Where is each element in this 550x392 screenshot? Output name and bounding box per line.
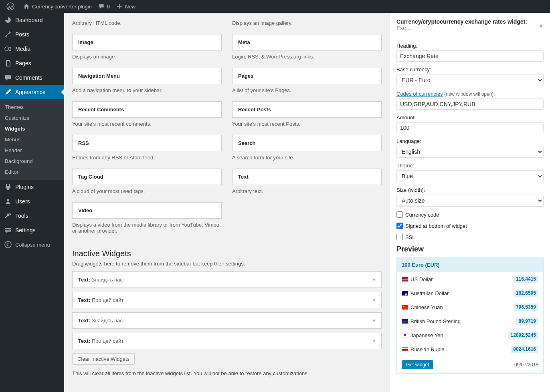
preview-widget: 100 Euro (EUR) US Dollar116.4415Australi… <box>396 257 544 374</box>
comments-count: 0 <box>107 4 110 10</box>
widget-description: Login, RSS, & WordPress.org links. <box>232 50 382 60</box>
menu-users[interactable]: Users <box>0 194 64 209</box>
get-widget-button[interactable]: Get widget <box>402 360 433 369</box>
available-widget[interactable]: Image <box>72 34 222 50</box>
menu-comments[interactable]: Comments <box>0 70 64 85</box>
currency-code-checkbox[interactable] <box>396 211 403 218</box>
inactive-widget[interactable]: Text: Знайдіть нас▾ <box>72 271 382 288</box>
settings-icon <box>4 226 12 234</box>
submenu-widgets[interactable]: Widgets <box>0 123 64 134</box>
exchange-rate-row: Australian Dollar162.6595 <box>397 286 543 300</box>
widget-list-area: Arbitrary HTML code.Displays an image ga… <box>64 13 390 392</box>
inactive-desc: Drag widgets here to remove them from th… <box>72 261 382 267</box>
base-currency-select[interactable]: EUR - Euro <box>396 74 544 86</box>
available-widget[interactable]: Video <box>72 202 222 219</box>
inactive-widget[interactable]: Text: Про цей сайт▾ <box>72 333 382 349</box>
flag-icon <box>402 319 408 324</box>
collapse-menu[interactable]: Collapse menu <box>0 237 64 252</box>
heading-label: Heading: <box>396 43 544 49</box>
new-content-link[interactable]: New <box>113 0 139 13</box>
wrench-icon <box>4 212 12 220</box>
menu-settings[interactable]: Settings <box>0 223 64 237</box>
svg-point-1 <box>5 47 9 51</box>
wp-logo[interactable] <box>3 0 20 13</box>
widget-settings-panel: Currency/cryptocurrency exchange rates w… <box>390 13 550 392</box>
menu-media[interactable]: Media <box>0 42 64 56</box>
admin-bar: Currency converter plugin 0 New <box>0 0 550 13</box>
site-name: Currency converter plugin <box>32 4 92 10</box>
widget-title: Знайдіть нас <box>92 277 123 283</box>
site-name-link[interactable]: Currency converter plugin <box>20 0 95 13</box>
preview-heading: Preview <box>396 245 544 253</box>
widget-type: Text: <box>78 277 92 283</box>
size-select[interactable]: Auto size <box>396 195 544 207</box>
amount-input[interactable] <box>396 122 544 133</box>
media-icon <box>4 45 12 53</box>
inactive-widget[interactable]: Text: Знайдіть нас▾ <box>72 312 382 329</box>
menu-pages[interactable]: Pages <box>0 56 64 70</box>
menu-posts[interactable]: Posts <box>0 27 64 42</box>
heading-input[interactable] <box>396 50 544 62</box>
svg-point-9 <box>5 241 11 248</box>
widget-type: Text: <box>78 338 92 344</box>
exchange-rate-row: Chinese Yuan796.5359 <box>397 300 543 314</box>
currency-name: Russian Ruble <box>410 346 445 352</box>
brush-icon <box>4 88 12 96</box>
panel-title-suffix: Exc… <box>396 25 411 31</box>
amount-label: Amount: <box>396 115 544 121</box>
appearance-submenu: Themes Customize Widgets Menus Header Ba… <box>0 99 64 180</box>
panel-header[interactable]: Currency/cryptocurrency exchange rates w… <box>390 13 550 37</box>
language-select[interactable]: English <box>396 146 544 158</box>
widget-title: Про цей сайт <box>92 338 124 344</box>
signed-label: Signed at bottom of widget <box>405 223 467 229</box>
widget-description: A search form for your site. <box>232 151 382 161</box>
menu-tools[interactable]: Tools <box>0 209 64 223</box>
svg-point-7 <box>8 229 10 231</box>
widget-description: Add a navigation menu to your sidebar. <box>72 84 222 93</box>
submenu-themes[interactable]: Themes <box>0 102 64 113</box>
exchange-rate-row: US Dollar116.4415 <box>397 272 543 286</box>
menu-dashboard[interactable]: Dashboard <box>0 13 64 27</box>
submenu-customize[interactable]: Customize <box>0 113 64 123</box>
clear-inactive-button[interactable]: Clear Inactive Widgets <box>72 353 135 365</box>
available-widget[interactable]: Pages <box>232 68 382 84</box>
widget-description: Your site's most recent Posts. <box>232 118 382 127</box>
available-widget[interactable]: Tag Cloud <box>72 169 222 185</box>
exchange-rate-row: British Pound Sterling89.9719 <box>397 314 543 328</box>
codes-input[interactable] <box>396 99 544 110</box>
chevron-down-icon: ▾ <box>373 297 376 303</box>
flag-icon <box>402 305 408 310</box>
submenu-menus[interactable]: Menus <box>0 134 64 145</box>
available-widget[interactable]: Recent Posts <box>232 101 382 118</box>
menu-appearance[interactable]: Appearance <box>0 85 64 99</box>
exchange-rate-row: Japanese Yen12892.5245 <box>397 328 543 342</box>
theme-select[interactable]: Blue <box>396 170 544 182</box>
pages-icon <box>4 59 12 67</box>
inactive-widget[interactable]: Text: Про цей сайт▾ <box>72 292 382 308</box>
chevron-down-icon: ▾ <box>373 277 376 283</box>
submenu-header[interactable]: Header <box>0 145 64 156</box>
currency-name: US Dollar <box>410 276 433 282</box>
widget-description: Displays a video from the media library … <box>72 219 222 234</box>
available-widget[interactable]: Recent Comments <box>72 101 222 118</box>
ssl-checkbox[interactable] <box>396 234 403 240</box>
preview-header: 100 Euro (EUR) <box>397 258 543 272</box>
currency-rate: 162.6595 <box>514 289 538 297</box>
flag-icon <box>402 277 408 281</box>
collapse-icon <box>4 241 12 249</box>
available-widget[interactable]: RSS <box>72 135 222 151</box>
available-widget[interactable]: Meta <box>232 34 382 50</box>
available-widget[interactable]: Text <box>232 169 382 185</box>
signed-checkbox[interactable] <box>396 223 403 229</box>
codes-link[interactable]: Codes of currencies <box>396 91 443 97</box>
available-widget[interactable]: Search <box>232 135 382 151</box>
menu-plugins[interactable]: Plugins <box>0 180 64 194</box>
dashboard-icon <box>4 16 12 24</box>
submenu-background[interactable]: Background <box>0 156 64 167</box>
available-widget[interactable]: Navigation Menu <box>72 68 222 84</box>
new-label: New <box>125 4 135 10</box>
currency-name: Chinese Yuan <box>410 304 443 310</box>
submenu-editor[interactable]: Editor <box>0 167 64 177</box>
comments-link[interactable]: 0 <box>95 0 113 13</box>
codes-hint: (new window will open): <box>443 91 495 97</box>
